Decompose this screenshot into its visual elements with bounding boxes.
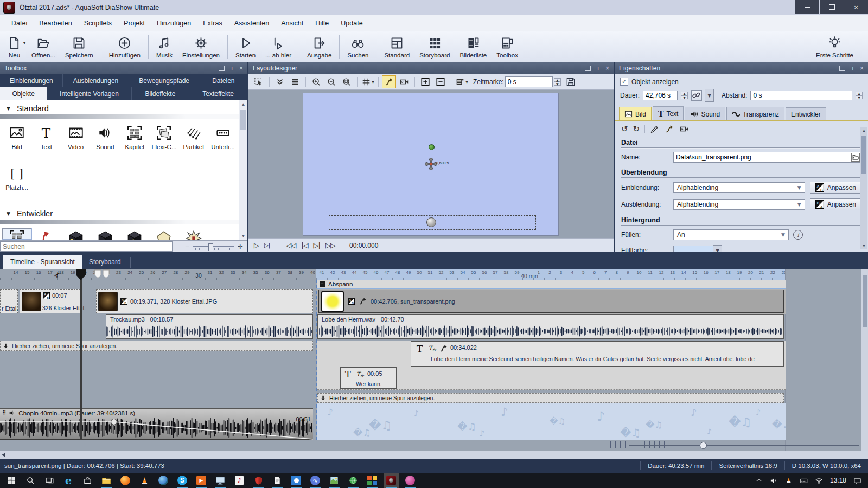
select-tool[interactable] [252,75,266,88]
position-handle[interactable] [429,166,433,170]
clip-previous[interactable]: r Ettal. [0,289,18,313]
zeitmarke-spinner[interactable]: ▲▼ [554,78,561,86]
dauer-input[interactable] [643,91,678,100]
ausblendung-select[interactable]: Alphablending▼ [673,199,805,210]
keyboard-icon[interactable] [800,477,808,485]
timeline-tab-timeline-spuransicht[interactable]: Timeline - Spuransicht [3,255,82,269]
clip-326-kloster-ettal[interactable]: AB 00:07 326 Kloster Ettal. [20,289,81,313]
fuellfarbe-swatch[interactable] [673,246,713,252]
new-dropdown-icon[interactable]: ▾ [23,41,25,46]
abstand-spinner[interactable]: ▲▼ [856,92,863,99]
align-icon[interactable] [273,75,287,88]
toolbox-tab-dateien[interactable]: Dateien [200,74,247,87]
position-handle[interactable] [425,162,429,166]
menu-item-scriptlets[interactable]: Scriptlets [78,17,118,30]
close-button[interactable]: × [844,0,868,14]
timeline-hscrollbar[interactable] [0,451,868,459]
toolbar-button-öffnen-[interactable]: Öffnen... [27,32,60,62]
play-button[interactable]: ▷ [254,241,259,249]
float-icon[interactable] [839,66,845,71]
menu-item-extras[interactable]: Extras [197,17,228,30]
timeline-ruler-right[interactable]: 40 min 414243444546474849505152535455565… [316,269,785,280]
section-header-entwickler[interactable]: ▼Entwickler [0,206,247,220]
camera-pan-icon[interactable] [679,124,689,134]
motion-path-icon[interactable] [382,75,396,88]
menu-item-hilfe[interactable]: Hilfe [309,17,335,30]
rotate-left-icon[interactable]: ↺ [621,125,628,133]
toolbar-button-speichern[interactable]: Speichern [60,32,98,62]
timeline-tab-storyboard[interactable]: Storyboard [82,255,128,269]
object-item-text[interactable]: TText [31,123,61,164]
toolbar-button-neu[interactable]: Neu▾ [2,32,27,62]
taskbar-icon-aquasoft[interactable] [384,473,399,488]
toolbar-button-toolbox[interactable]: Toolbox [492,32,523,62]
object-item-flexi-c-[interactable]: Flexi-C... [149,123,178,164]
toolbar-button-bilderliste[interactable]: Bilderliste [455,32,492,62]
toolbar-button--ab-hier[interactable]: ... ab hier [260,32,296,62]
add-keyframe-icon[interactable] [418,75,432,88]
toolbox-tab-ausblendungen[interactable]: Ausblendungen [63,74,129,87]
taskbar-icon-notes-red[interactable]: ♪ [232,473,247,488]
toolbox-tab-intelligente-vorlagen[interactable]: Intelligente Vorlagen [47,87,131,100]
eigenschaften-tab-bild[interactable]: Bild [619,107,652,120]
object-handle[interactable] [426,217,436,227]
collapse-chapter-icon[interactable]: − [320,281,325,287]
zoom-in-icon[interactable] [309,75,323,88]
menu-item-ansicht[interactable]: Ansicht [275,17,309,30]
clip-text-wer-kann[interactable]: T Tfx 00:05 Wer kann. [340,367,397,389]
camera-pan-icon[interactable] [397,75,411,88]
taskbar-icon-swirl[interactable]: ∿ [308,473,323,488]
close-icon[interactable]: × [239,65,243,72]
erste-schritte-button[interactable]: Erste Schritte [811,32,858,62]
object-item-sound[interactable]: Sound [91,123,120,164]
dauer-spinner[interactable]: ▲▼ [681,92,688,99]
taskbar-icon-store[interactable] [80,473,95,488]
toolbox-search-input[interactable] [0,241,173,252]
clip-text-lobe-den-herrn[interactable]: T Tfx 00:34.022 Lobe den Herrn meine See… [411,341,784,367]
object-item-unterti-[interactable]: Unterti... [208,123,238,164]
close-icon[interactable]: × [605,65,609,72]
clip-lobe-den-herrn-wav[interactable]: Lobe den Herrn.wav - 00:42.70 [317,314,784,339]
toolbox-tab-bewegungspfade[interactable]: Bewegungspfade [129,74,200,87]
taskbar-clock[interactable]: 13:18 [830,477,846,484]
object-item-bild[interactable]: Bild [2,123,31,164]
object-item-dev-cube2[interactable] [91,228,120,240]
ausblendung-anpassen-button[interactable]: BA Anpassen [810,198,861,210]
pin-icon[interactable]: ⊤ [229,66,234,72]
toolbox-tab-bildeffekte[interactable]: Bildeffekte [132,87,190,100]
taskbar-icon-player-orange[interactable]: ▶ [194,473,209,488]
rotation-handle[interactable] [429,144,435,150]
taskbar-icon-explorer[interactable] [99,473,114,488]
toolbar-button-hinzufügen[interactable]: Hinzufügen [104,32,145,62]
tray-expand-icon[interactable] [755,477,763,484]
clip-sun-transparent-selected[interactable]: AB 00:42.706, sun_transparent.png [318,290,784,313]
layers-icon[interactable] [288,75,302,88]
zoom-fit-icon[interactable] [340,75,354,88]
toolbar-button-einstellungen[interactable]: Einstellungen [177,32,225,62]
toolbar-button-suchen[interactable]: Suchen [342,32,373,62]
fuellfarbe-dropdown[interactable]: ▼ [713,245,722,252]
notification-center-icon[interactable] [853,477,861,485]
zoom-out-icon[interactable]: − [184,243,190,251]
zoom-out-icon[interactable] [324,75,339,88]
timeline-ruler-left[interactable]: 1415161718192021222324252627282930313233… [0,269,316,280]
menu-item-assistenten[interactable]: Assistenten [228,17,276,30]
remove-keyframe-icon[interactable] [433,75,448,88]
taskbar-icon-photo-colored[interactable] [327,473,342,488]
object-item-platzh-[interactable]: [ ]Platzh... [2,164,31,204]
object-item-partikel[interactable]: Partikel [179,123,208,164]
pin-icon[interactable]: ⊤ [850,66,855,72]
motion-path-icon[interactable] [665,124,674,134]
float-icon[interactable] [585,66,591,71]
prev-button[interactable]: |◁ [301,241,308,249]
browse-file-icon[interactable] [851,153,860,162]
play-from-here-button[interactable]: ▷| [264,242,270,249]
object-item-dev-pentagon[interactable] [149,228,178,240]
clip-328-kloster-ettal[interactable]: AB 00:19.371, 328 Kloster Ettal.JPG [96,289,313,313]
playhead-line[interactable] [80,269,82,440]
eigenschaften-tab-sound[interactable]: Sound [685,107,725,120]
close-icon[interactable]: × [860,65,864,72]
chapter-header[interactable]: − Abspann [317,280,786,288]
section-header-standard[interactable]: ▼Standard [0,100,247,114]
toolbox-scrollbar[interactable]: ▲▼ [239,100,247,240]
